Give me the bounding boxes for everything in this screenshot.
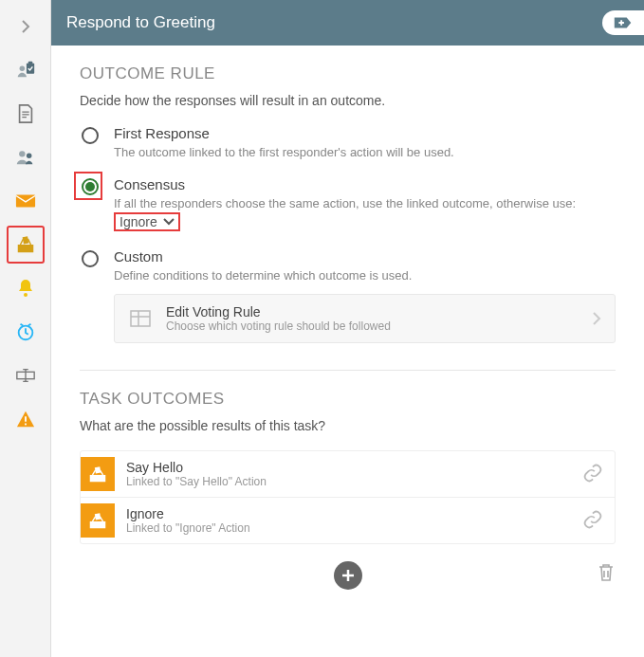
- chevron-right-icon: [592, 311, 601, 326]
- svg-rect-16: [90, 521, 106, 528]
- edit-voting-rule-button[interactable]: Edit Voting Rule Choose which voting rul…: [114, 294, 616, 343]
- header-add-button[interactable]: [602, 10, 644, 35]
- radio-highlight: [74, 172, 102, 200]
- svg-point-8: [24, 293, 28, 297]
- outcome-title: Ignore: [126, 506, 571, 521]
- ballot-box-icon: [87, 464, 108, 484]
- svg-rect-12: [25, 424, 27, 426]
- consensus-fallback-dropdown[interactable]: Ignore: [114, 212, 180, 231]
- divider: [80, 370, 616, 371]
- svg-rect-1: [26, 64, 33, 74]
- link-icon[interactable]: [582, 509, 603, 533]
- outcome-subtitle: Linked to "Ignore" Action: [126, 521, 571, 535]
- main-panel: Respond to Greeting OUTCOME RULE Decide …: [51, 0, 644, 657]
- sidebar-clipboard[interactable]: [7, 51, 45, 89]
- sidebar-collapse[interactable]: [7, 8, 45, 46]
- clock-icon: [15, 321, 36, 342]
- document-icon: [16, 103, 35, 124]
- clipboard-person-icon: [15, 60, 36, 81]
- option-consensus[interactable]: Consensus If all the responders choose t…: [80, 176, 616, 231]
- rule-icon: [129, 307, 152, 330]
- sidebar-document[interactable]: [7, 95, 45, 133]
- svg-rect-13: [131, 311, 150, 326]
- option-description: The outcome linked to the first responde…: [114, 145, 616, 159]
- svg-rect-17: [95, 513, 101, 520]
- warning-icon: [15, 410, 36, 429]
- svg-point-0: [19, 65, 24, 71]
- svg-rect-14: [90, 475, 106, 482]
- sidebar-bell[interactable]: [7, 269, 45, 307]
- sidebar-people[interactable]: [7, 138, 45, 176]
- section-heading: OUTCOME RULE: [80, 64, 616, 83]
- dropdown-value: Ignore: [120, 214, 157, 229]
- svg-point-4: [26, 153, 30, 158]
- outcome-item[interactable]: Say Hello Linked to "Say Hello" Action: [81, 451, 615, 498]
- section-description: What are the possible results of this ta…: [80, 418, 616, 433]
- outcome-rule-section: OUTCOME RULE Decide how the responses wi…: [80, 64, 616, 343]
- delete-button[interactable]: [597, 561, 616, 587]
- plus-icon: [340, 568, 356, 583]
- sidebar-clock[interactable]: [7, 313, 45, 351]
- svg-rect-2: [28, 62, 32, 64]
- outcome-title: Say Hello: [126, 460, 571, 475]
- text-cursor-icon: [15, 367, 36, 384]
- svg-rect-11: [25, 416, 27, 421]
- edit-rule-subtitle: Choose which voting rule should be follo…: [166, 319, 579, 333]
- sidebar-cursor[interactable]: [7, 356, 45, 394]
- svg-rect-6: [17, 245, 33, 252]
- section-description: Decide how the responses will result in …: [80, 93, 616, 108]
- task-outcomes-section: TASK OUTCOMES What are the possible resu…: [80, 390, 616, 590]
- option-custom[interactable]: Custom Define conditions to determine wh…: [80, 248, 616, 283]
- tag-plus-icon: [613, 15, 634, 30]
- page-title: Respond to Greeting: [66, 13, 587, 32]
- bell-icon: [16, 278, 35, 299]
- section-heading: TASK OUTCOMES: [80, 390, 616, 409]
- option-first-response[interactable]: First Response The outcome linked to the…: [80, 125, 616, 159]
- add-outcome-button[interactable]: [334, 561, 362, 590]
- sidebar: [0, 0, 51, 657]
- svg-rect-5: [15, 195, 34, 208]
- mail-icon: [15, 193, 36, 209]
- radio-first-response[interactable]: [82, 127, 99, 144]
- radio-custom[interactable]: [82, 250, 99, 267]
- option-label: Consensus: [114, 176, 616, 192]
- svg-rect-15: [95, 466, 101, 473]
- option-label: Custom: [114, 248, 616, 265]
- sidebar-ballot[interactable]: [7, 226, 45, 264]
- outcomes-list: Say Hello Linked to "Say Hello" Action I…: [80, 450, 616, 544]
- outcome-subtitle: Linked to "Say Hello" Action: [126, 475, 571, 488]
- option-description: If all the responders choose the same ac…: [114, 196, 616, 210]
- sidebar-warning[interactable]: [7, 400, 45, 438]
- outcome-item[interactable]: Ignore Linked to "Ignore" Action: [81, 498, 615, 543]
- ballot-box-icon: [87, 510, 108, 531]
- sidebar-mail[interactable]: [7, 182, 45, 220]
- trash-icon: [597, 561, 616, 584]
- svg-point-3: [19, 151, 25, 156]
- option-label: First Response: [114, 125, 616, 141]
- link-icon[interactable]: [582, 463, 603, 486]
- edit-rule-title: Edit Voting Rule: [166, 304, 579, 319]
- people-icon: [15, 148, 36, 167]
- ballot-box-icon: [15, 234, 36, 255]
- panel-header: Respond to Greeting: [51, 0, 644, 46]
- chevron-down-icon: [163, 218, 175, 226]
- svg-rect-7: [22, 236, 28, 244]
- chevron-right-icon: [20, 19, 31, 34]
- option-description: Define conditions to determine which out…: [114, 268, 616, 283]
